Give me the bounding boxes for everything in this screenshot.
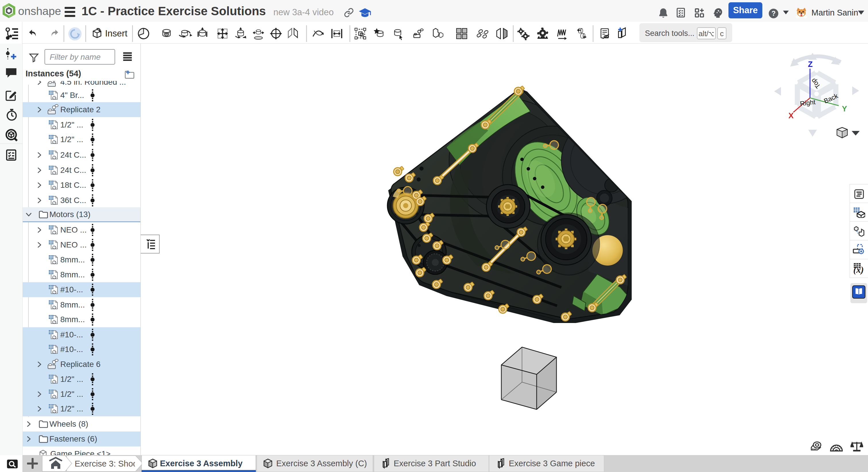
svg-text:Y: Y: [842, 104, 847, 113]
svg-text:Z: Z: [808, 60, 813, 69]
svg-text:X: X: [788, 112, 794, 120]
svg-text:?: ?: [772, 10, 776, 17]
svg-text:(x): (x): [854, 265, 864, 275]
